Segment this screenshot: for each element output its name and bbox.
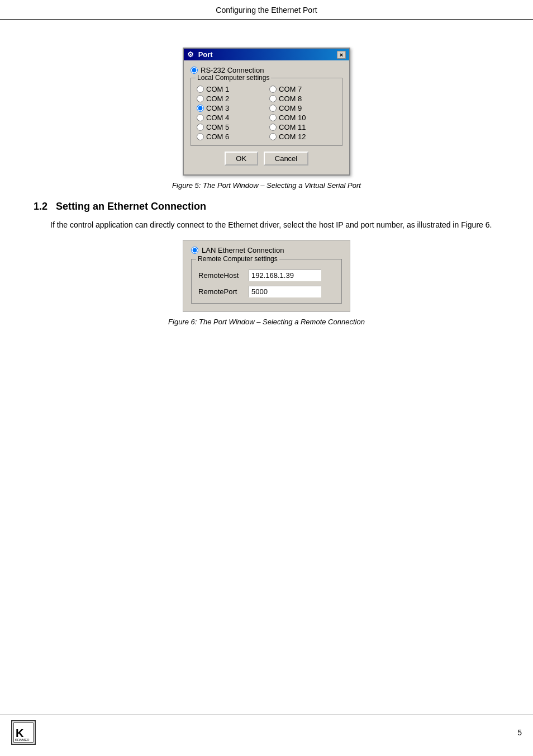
dialog-title-icon: ⚙: [187, 50, 194, 59]
com3-radio[interactable]: [197, 105, 204, 112]
com1-label: COM 1: [206, 85, 229, 93]
com-ports-grid: COM 1 COM 7 COM 2: [197, 85, 336, 141]
com7-label: COM 7: [279, 85, 302, 93]
lan-radio[interactable]: [191, 247, 198, 254]
page-content: ⚙ Port × RS-232 Connection Local Compute…: [0, 31, 533, 371]
section-title-text: Setting an Ethernet Connection: [56, 201, 206, 212]
com5-label: COM 5: [206, 123, 229, 131]
com11-label: COM 11: [279, 123, 306, 131]
cancel-button[interactable]: Cancel: [264, 152, 308, 166]
figure5-caption: Figure 5: The Port Window – Selecting a …: [172, 181, 361, 190]
com11-item: COM 11: [269, 123, 336, 131]
lan-radio-row: LAN Ethernet Connection: [191, 246, 342, 254]
com11-radio[interactable]: [269, 124, 277, 131]
local-computer-groupbox: Local Computer settings COM 1 COM 7: [191, 78, 342, 146]
com7-item: COM 7: [269, 85, 336, 93]
remote-fields: RemoteHost RemotePort: [198, 270, 335, 297]
com10-item: COM 10: [269, 114, 336, 122]
dialog-buttons: OK Cancel: [191, 152, 342, 166]
rs232-label: RS-232 Connection: [201, 66, 264, 74]
com1-item: COM 1: [197, 85, 264, 93]
dialog-body: RS-232 Connection Local Computer setting…: [184, 60, 349, 174]
groupbox-legend: Local Computer settings: [196, 74, 271, 82]
dialog-titlebar-content: ⚙ Port: [187, 50, 213, 59]
com7-radio[interactable]: [269, 86, 277, 93]
lan-dialog: LAN Ethernet Connection Remote Computer …: [183, 240, 350, 312]
header-title: Configuring the Ethernet Port: [216, 6, 317, 15]
section-title: 1.2 Setting an Ethernet Connection: [34, 201, 499, 212]
com8-label: COM 8: [279, 94, 302, 103]
com10-radio[interactable]: [269, 114, 277, 121]
remote-groupbox-legend: Remote Computer settings: [196, 255, 279, 263]
com6-radio[interactable]: [197, 133, 204, 140]
kramer-logo-svg: K KRAMER: [13, 722, 34, 743]
groupbox-content: COM 1 COM 7 COM 2: [197, 85, 336, 141]
rs232-radio[interactable]: [191, 67, 198, 74]
ok-button[interactable]: OK: [225, 152, 258, 166]
com6-label: COM 6: [206, 133, 229, 141]
com2-radio[interactable]: [197, 95, 204, 102]
svg-text:K: K: [16, 727, 24, 739]
com5-radio[interactable]: [197, 124, 204, 131]
section-heading-container: 1.2 Setting an Ethernet Connection: [34, 201, 499, 212]
com5-item: COM 5: [197, 123, 264, 131]
com9-radio[interactable]: [269, 105, 277, 112]
dialog-title-text: Port: [198, 50, 213, 59]
com3-label: COM 3: [206, 104, 229, 112]
remote-port-row: RemotePort: [198, 286, 335, 297]
com4-radio[interactable]: [197, 114, 204, 121]
figure6-caption: Figure 6: The Port Window – Selecting a …: [168, 318, 365, 326]
com3-item: COM 3: [197, 104, 264, 112]
com9-label: COM 9: [279, 104, 302, 112]
com9-item: COM 9: [269, 104, 336, 112]
com6-item: COM 6: [197, 133, 264, 141]
page-footer: K KRAMER 5: [0, 714, 533, 745]
dialog-titlebar: ⚙ Port ×: [184, 49, 349, 60]
com1-radio[interactable]: [197, 86, 204, 93]
com12-label: COM 12: [279, 133, 306, 141]
page-header: Configuring the Ethernet Port: [0, 0, 533, 20]
page-number: 5: [517, 728, 522, 737]
remote-port-label: RemotePort: [198, 287, 249, 296]
remote-port-input[interactable]: [249, 286, 321, 297]
com12-item: COM 12: [269, 133, 336, 141]
section-body: If the control application can directly …: [50, 219, 499, 231]
svg-text:KRAMER: KRAMER: [15, 738, 30, 741]
dialog-close-button[interactable]: ×: [337, 51, 346, 59]
com8-item: COM 8: [269, 94, 336, 103]
port-dialog: ⚙ Port × RS-232 Connection Local Compute…: [183, 48, 350, 176]
figure5-container: ⚙ Port × RS-232 Connection Local Compute…: [34, 48, 499, 190]
figure6-container: LAN Ethernet Connection Remote Computer …: [34, 240, 499, 326]
lan-label: LAN Ethernet Connection: [202, 246, 284, 254]
com4-item: COM 4: [197, 114, 264, 122]
com4-label: COM 4: [206, 114, 229, 122]
section-number: 1.2: [34, 201, 47, 212]
com2-label: COM 2: [206, 94, 229, 103]
com2-item: COM 2: [197, 94, 264, 103]
rs232-radio-row: RS-232 Connection: [191, 66, 342, 74]
kramer-logo: K KRAMER: [11, 720, 36, 745]
com12-radio[interactable]: [269, 133, 277, 140]
remote-computer-groupbox: Remote Computer settings RemoteHost Remo…: [191, 259, 342, 304]
com10-label: COM 10: [279, 114, 306, 122]
remote-host-input[interactable]: [249, 270, 321, 281]
remote-host-row: RemoteHost: [198, 270, 335, 281]
remote-host-label: RemoteHost: [198, 271, 249, 280]
com8-radio[interactable]: [269, 95, 277, 102]
